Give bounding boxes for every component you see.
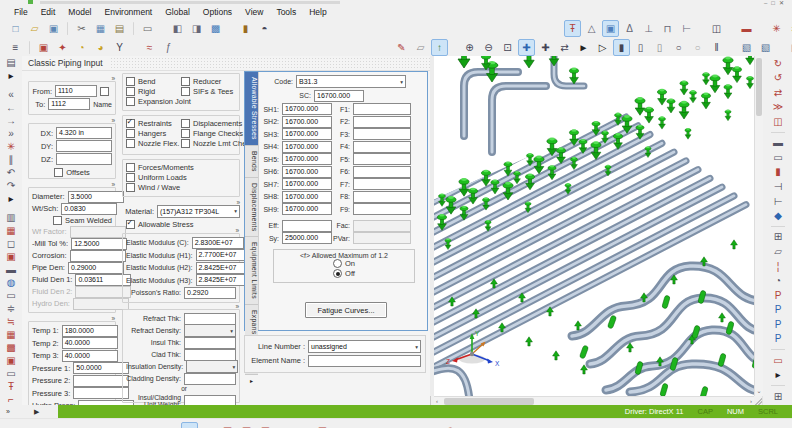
- walk-through-icon[interactable]: ↑: [431, 39, 448, 56]
- restraints-checkbox[interactable]: [126, 119, 135, 128]
- to-field[interactable]: 1112: [48, 98, 90, 110]
- sh-field[interactable]: 16700.000: [282, 116, 332, 128]
- expander-icon[interactable]: »: [111, 75, 114, 82]
- hydro-den-field[interactable]: [73, 298, 129, 310]
- sc-field[interactable]: 16700.000: [314, 90, 364, 102]
- allowed-max-on-radio[interactable]: [333, 259, 342, 268]
- insul-thk-field[interactable]: [184, 337, 236, 349]
- f-field[interactable]: [353, 141, 411, 153]
- view-cube-left-icon[interactable]: ▧: [787, 39, 792, 56]
- cut-icon[interactable]: ✂: [73, 20, 90, 37]
- menu-model[interactable]: Model: [68, 7, 91, 17]
- expander-icon[interactable]: »: [111, 181, 114, 188]
- error-check-icon[interactable]: ▣: [35, 39, 52, 56]
- sh-field[interactable]: 16700.000: [282, 166, 332, 178]
- cii-archive-icon[interactable]: ▮: [237, 20, 254, 37]
- code-select[interactable]: B31.3▾: [296, 75, 406, 88]
- links-icon[interactable]: ⇄: [770, 86, 786, 99]
- cyl-hidden-icon[interactable]: ▯: [651, 39, 668, 56]
- sep[interactable]: [67, 22, 68, 35]
- print-icon[interactable]: ▭: [139, 20, 156, 37]
- restraint-insert-icon[interactable]: Ŧ: [564, 20, 581, 37]
- sh-field[interactable]: 16700.000: [282, 141, 332, 153]
- bottom-toolbar-icon[interactable]: ◉: [442, 422, 459, 428]
- abc-icon[interactable]: ▣: [3, 355, 19, 366]
- play-icon[interactable]: ▶: [34, 408, 39, 416]
- tab-bends[interactable]: Bends: [245, 146, 258, 178]
- bottom-toolbar-icon[interactable]: ▭: [344, 422, 361, 428]
- resize-grip[interactable]: [755, 397, 762, 405]
- hanger-icon[interactable]: ⊓: [659, 20, 676, 37]
- render-mode-icon[interactable]: ◓: [256, 20, 273, 37]
- furnace-icon[interactable]: ⊞: [770, 231, 786, 244]
- pipe-den-field[interactable]: 0.29000: [68, 262, 124, 274]
- flange-tool-icon[interactable]: ◨: [188, 20, 205, 37]
- more-tools-icon[interactable]: ▸: [3, 70, 19, 81]
- clamp-right-icon[interactable]: ⊢: [770, 195, 786, 208]
- cone-insert-icon[interactable]: △: [583, 20, 600, 37]
- dx-field[interactable]: 4.320 in: [56, 127, 112, 139]
- run-analysis-icon[interactable]: ✦: [54, 39, 71, 56]
- copy-icon[interactable]: ▦: [92, 20, 109, 37]
- rigid-checkbox[interactable]: [126, 87, 135, 96]
- pressure2-field[interactable]: [73, 375, 129, 387]
- thermometer-icon[interactable]: ¦: [770, 260, 786, 273]
- menu-global[interactable]: Global: [165, 7, 190, 17]
- pulse-icon[interactable]: ≈: [141, 39, 158, 56]
- balance-icon[interactable]: ≑: [3, 303, 19, 314]
- select-icon[interactable]: ►: [575, 39, 592, 56]
- pan-icon[interactable]: ✚: [537, 39, 554, 56]
- sy-field[interactable]: 25000.000: [282, 232, 332, 244]
- p-red-icon[interactable]: P: [770, 289, 786, 302]
- wf-factor-field[interactable]: [70, 226, 126, 238]
- seam-welded-checkbox[interactable]: [53, 216, 62, 225]
- ship-icon[interactable]: ▬: [3, 264, 19, 275]
- sync-icon[interactable]: ⇄: [787, 20, 792, 37]
- view-cube-front-icon[interactable]: ▧: [738, 39, 755, 56]
- wind-wave-checkbox[interactable]: [126, 183, 135, 192]
- report-icon[interactable]: ▥: [3, 212, 19, 223]
- clad-thk-field[interactable]: [184, 349, 236, 361]
- expander-icon[interactable]: »: [235, 227, 238, 234]
- dy-field[interactable]: [56, 140, 112, 152]
- p-blue3-icon[interactable]: P: [770, 333, 786, 346]
- bottom-toolbar-icon[interactable]: □: [295, 422, 312, 428]
- bottom-toolbar-icon[interactable]: ▭: [412, 422, 429, 428]
- rotate-cw-icon[interactable]: ↻: [770, 57, 786, 70]
- pvar-field[interactable]: [353, 232, 411, 244]
- frame-red-icon[interactable]: ▦: [3, 329, 19, 340]
- last-element-icon[interactable]: »: [3, 128, 19, 139]
- f-field[interactable]: [353, 116, 411, 128]
- forces-moments-checkbox[interactable]: [126, 163, 135, 172]
- paste-icon[interactable]: ▤: [111, 20, 128, 37]
- undo-icon[interactable]: ↶: [3, 167, 19, 178]
- element-name-field[interactable]: [308, 355, 421, 367]
- pointer-flag-icon[interactable]: ▸: [770, 368, 786, 381]
- display-options-icon[interactable]: ▣: [602, 20, 619, 37]
- bend-checkbox[interactable]: [126, 77, 135, 86]
- corrosion-field[interactable]: [70, 250, 126, 262]
- monitor-icon[interactable]: ▭: [3, 368, 19, 379]
- zoom-window-icon[interactable]: ⊡: [499, 39, 516, 56]
- print-preview-icon[interactable]: ▤: [3, 57, 19, 68]
- workstation-icon[interactable]: ▭: [770, 151, 786, 164]
- menu-view[interactable]: View: [245, 7, 263, 17]
- f-field[interactable]: [353, 178, 411, 190]
- scrollbar-thumb[interactable]: [444, 398, 534, 405]
- fx-icon[interactable]: ƒ: [160, 39, 177, 56]
- select-box-icon[interactable]: ▷: [594, 39, 611, 56]
- menu-environment[interactable]: Environment: [105, 7, 153, 17]
- sh-field[interactable]: 16700.000: [282, 128, 332, 140]
- open-file-icon[interactable]: ▱: [26, 20, 43, 37]
- poissons-ratio-field[interactable]: 0.2920: [184, 287, 236, 299]
- temp1-field[interactable]: 180.0000: [62, 325, 118, 337]
- offsets-checkbox[interactable]: [54, 168, 63, 177]
- diameter-field[interactable]: 3.5000: [68, 191, 124, 203]
- expansion-joint-checkbox[interactable]: [126, 97, 135, 106]
- bottom-toolbar-icon[interactable]: □: [200, 422, 217, 428]
- wtsch-field[interactable]: 0.0830: [61, 203, 117, 215]
- material-select[interactable]: (157)A312 TP304L▾: [157, 205, 240, 218]
- tank-icon[interactable]: ▱: [770, 245, 786, 258]
- sifs-tees-checkbox[interactable]: [181, 87, 190, 96]
- sh-field[interactable]: 16700.000: [282, 203, 332, 215]
